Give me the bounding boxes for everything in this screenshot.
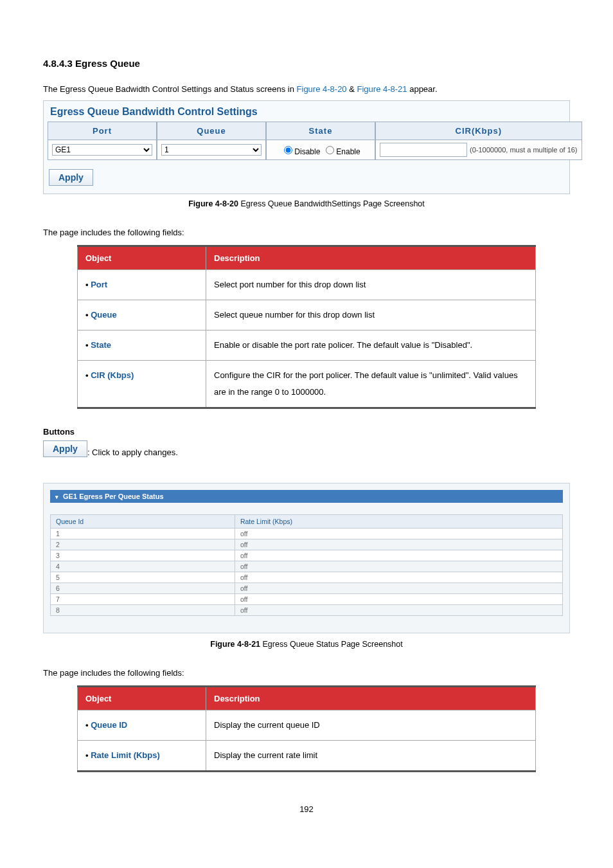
- status-panel: ▾ GE1 Egress Per Queue Status Queue Id R…: [43, 483, 570, 633]
- caption2-bold: Figure 4-8-21: [210, 640, 260, 649]
- header-state: State: [266, 122, 375, 140]
- caption2-rest: Egress Queue Status Page Screenshot: [260, 640, 403, 649]
- table-row: Port Select port number for this drop do…: [78, 270, 536, 300]
- table-row: 1off: [51, 529, 563, 539]
- state-disable-radio[interactable]: [284, 146, 292, 154]
- header-port: Port: [48, 122, 157, 140]
- caption1-rest: Egress Queue BandwidthSettings Page Scre…: [238, 199, 425, 208]
- status-id-4: 5: [51, 572, 235, 583]
- state-enable-label[interactable]: Enable: [323, 144, 360, 156]
- desc1-obj-1: Queue: [85, 310, 117, 320]
- status-rate-0: off: [235, 529, 562, 539]
- status-rate-7: off: [235, 605, 562, 616]
- port-select[interactable]: GE1: [52, 144, 152, 156]
- table-row: 6off: [51, 583, 563, 594]
- queue-select[interactable]: 1: [161, 144, 262, 156]
- figure-link-1[interactable]: Figure 4-8-20: [297, 84, 347, 94]
- cir-hint: (0-1000000, must a multiple of 16): [470, 146, 578, 154]
- desc1-desc-2: Enable or disable the port rate policer.…: [206, 330, 536, 361]
- settings-panel-title: Egress Queue Bandwidth Control Settings: [44, 101, 569, 122]
- cell-state: Disable Enable: [266, 140, 375, 160]
- table-row: CIR (Kbps) Configure the CIR for the por…: [78, 361, 536, 408]
- buttons-row: Apply : Click to apply changes.: [43, 440, 570, 457]
- section-title: 4.8.4.3 Egress Queue: [43, 58, 570, 69]
- state-enable-text: Enable: [336, 147, 360, 156]
- desc1-header-object: Object: [78, 246, 206, 270]
- table-row: 5off: [51, 572, 563, 583]
- cell-port: GE1: [48, 140, 157, 160]
- status-id-2: 3: [51, 550, 235, 561]
- apply-description: : Click to apply changes.: [87, 448, 178, 457]
- desc1-desc-3: Configure the CIR for the port policer. …: [206, 361, 536, 408]
- settings-panel: Egress Queue Bandwidth Control Settings …: [43, 100, 570, 194]
- status-table: Queue Id Rate Limit (Kbps) 1off 2off 3of…: [50, 514, 563, 616]
- status-id-5: 6: [51, 583, 235, 594]
- state-disable-label[interactable]: Disable: [281, 144, 320, 156]
- cell-queue: 1: [157, 140, 266, 160]
- page-number: 192: [43, 804, 570, 814]
- desc2-header-object: Object: [78, 687, 206, 710]
- intro-prefix: The Egress Queue Badwidth Control Settin…: [43, 84, 297, 94]
- figure-caption-2: Figure 4-8-21 Egress Queue Status Page S…: [43, 640, 570, 649]
- desc1-obj-0: Port: [85, 280, 107, 289]
- status-rate-3: off: [235, 561, 562, 572]
- state-disable-text: Disable: [294, 147, 320, 156]
- desc2-header-description: Description: [206, 687, 536, 710]
- desc1-obj-2: State: [85, 340, 111, 350]
- desc1-desc-0: Select port number for this drop down li…: [206, 270, 536, 300]
- status-id-3: 4: [51, 561, 235, 572]
- fields-intro-1: The page includes the following fields:: [43, 228, 570, 237]
- header-cir: CIR(Kbps): [375, 122, 582, 140]
- collapse-caret-icon: ▾: [55, 494, 58, 500]
- cir-input[interactable]: [380, 143, 467, 157]
- table-row: State Enable or disable the port rate po…: [78, 330, 536, 361]
- cell-cir: (0-1000000, must a multiple of 16): [375, 140, 582, 160]
- table-row: 4off: [51, 561, 563, 572]
- desc2-obj-0: Queue ID: [85, 720, 127, 730]
- table-row: 3off: [51, 550, 563, 561]
- caption1-bold: Figure 4-8-20: [188, 199, 238, 208]
- table-row: Queue Select queue number for this drop …: [78, 300, 536, 330]
- desc2-desc-0: Display the current queue ID: [206, 710, 536, 741]
- table-row: Rate Limit (Kbps) Display the current ra…: [78, 741, 536, 772]
- status-header-rate: Rate Limit (Kbps): [235, 515, 562, 529]
- status-id-0: 1: [51, 529, 235, 539]
- desc1-obj-3: CIR (Kbps): [85, 370, 134, 380]
- desc1-header-description: Description: [206, 246, 536, 270]
- table-row: 2off: [51, 539, 563, 550]
- status-id-7: 8: [51, 605, 235, 616]
- apply-button-example[interactable]: Apply: [43, 440, 87, 457]
- state-enable-radio[interactable]: [326, 146, 334, 154]
- intro-amp: &: [347, 84, 357, 94]
- table-row: 7off: [51, 594, 563, 605]
- status-id-6: 7: [51, 594, 235, 605]
- intro-suffix: appear.: [407, 84, 438, 94]
- status-rate-4: off: [235, 572, 562, 583]
- apply-button[interactable]: Apply: [49, 169, 93, 186]
- status-header-queue: Queue Id: [51, 515, 235, 529]
- description-table-1: Object Description Port Select port numb…: [77, 245, 536, 409]
- header-queue: Queue: [157, 122, 266, 140]
- figure-link-2[interactable]: Figure 4-8-21: [357, 84, 407, 94]
- table-row: 8off: [51, 605, 563, 616]
- intro-paragraph: The Egress Queue Badwidth Control Settin…: [43, 84, 570, 94]
- status-rate-1: off: [235, 539, 562, 550]
- table-row: Queue ID Display the current queue ID: [78, 710, 536, 741]
- fields-intro-2: The page includes the following fields:: [43, 668, 570, 678]
- status-rate-6: off: [235, 594, 562, 605]
- figure-caption-1: Figure 4-8-20 Egress Queue BandwidthSett…: [43, 199, 570, 208]
- status-rate-2: off: [235, 550, 562, 561]
- desc2-desc-1: Display the current rate limit: [206, 741, 536, 772]
- status-rate-5: off: [235, 583, 562, 594]
- desc2-obj-1: Rate Limit (Kbps): [85, 750, 160, 760]
- desc1-desc-1: Select queue number for this drop down l…: [206, 300, 536, 330]
- description-table-2: Object Description Queue ID Display the …: [77, 685, 536, 772]
- status-header-text: GE1 Egress Per Queue Status: [63, 493, 164, 500]
- buttons-heading: Buttons: [43, 427, 570, 437]
- status-panel-header[interactable]: ▾ GE1 Egress Per Queue Status: [50, 490, 563, 503]
- status-id-1: 2: [51, 539, 235, 550]
